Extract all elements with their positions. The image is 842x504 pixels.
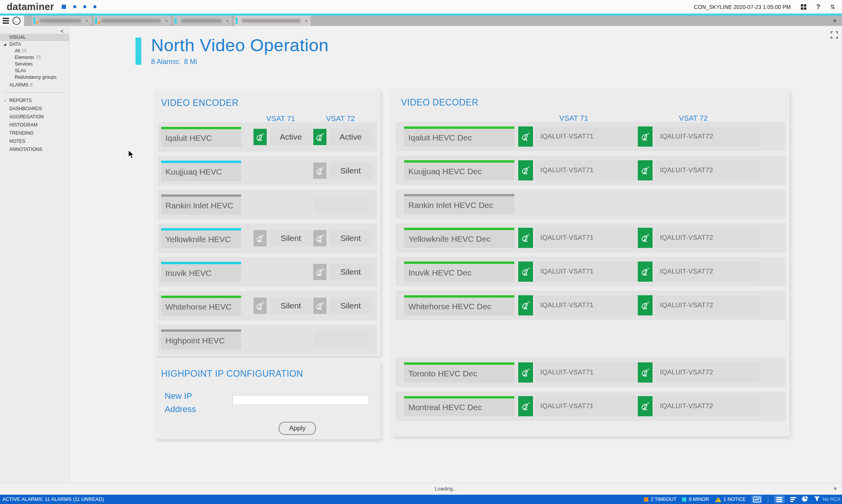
sidebar-item-all[interactable]: All15 bbox=[0, 48, 69, 54]
satellite-dish-icon[interactable] bbox=[518, 126, 533, 147]
satellite-dish-icon[interactable] bbox=[638, 126, 653, 147]
satellite-dish-icon[interactable] bbox=[638, 295, 653, 315]
encoder-device-label[interactable]: Yellowknife HEVC bbox=[161, 228, 241, 248]
satellite-dish-icon[interactable] bbox=[518, 228, 533, 248]
dashboard-tab[interactable]: × bbox=[32, 16, 91, 26]
alarm-badge[interactable]: !1 NOTICE bbox=[715, 497, 746, 502]
tab-close-icon[interactable]: × bbox=[165, 18, 168, 24]
encoder-device-label[interactable]: Highpoint HEVC bbox=[161, 329, 241, 350]
decoder-device-label[interactable]: Montreal HEVC Dec bbox=[404, 396, 514, 416]
sidebar-collapse-icon[interactable]: < bbox=[60, 28, 64, 34]
close-icon[interactable]: × bbox=[833, 485, 837, 492]
satellite-dish-icon[interactable] bbox=[313, 298, 326, 314]
pie-chart-icon[interactable] bbox=[802, 496, 808, 503]
sidebar-item-label: All bbox=[15, 48, 20, 54]
tab-close-icon[interactable]: × bbox=[305, 18, 307, 24]
satellite-dish-icon[interactable] bbox=[313, 230, 326, 246]
help-icon[interactable]: ? bbox=[816, 3, 820, 10]
apply-button[interactable]: Apply bbox=[279, 422, 316, 435]
alarm-graph-icon[interactable] bbox=[752, 495, 762, 503]
decoder-row: Toronto HEVC DecIQALUIT-VSAT71IQALUIT-VS… bbox=[396, 358, 786, 387]
tab-bar: ← ×××× × bbox=[0, 16, 842, 26]
decoder-device-label[interactable]: Rankin Inlet HEVC Dec bbox=[404, 194, 514, 214]
logo-square bbox=[73, 5, 76, 8]
dashboard-tab[interactable]: × bbox=[174, 16, 232, 26]
satellite-dish-icon[interactable] bbox=[313, 163, 326, 179]
sidebar-item-label: Services bbox=[15, 61, 33, 67]
video-encoder-panel: VIDEO ENCODER VSAT 71 VSAT 72 Iqaluit HE… bbox=[155, 90, 380, 356]
active-alarms-text[interactable]: ACTIVE ALARMS: 11 ALARMS (11 UNREAD) bbox=[2, 497, 104, 502]
new-ip-input[interactable] bbox=[233, 395, 369, 405]
encoder-device-label[interactable]: Rankin Inlet HEVC bbox=[161, 194, 241, 215]
dashboard-tab[interactable]: × bbox=[234, 16, 311, 26]
satellite-dish-icon[interactable] bbox=[638, 362, 653, 383]
sidebar-item-alarms[interactable]: ALARMS8 bbox=[0, 82, 69, 88]
hamburger-menu-icon[interactable] bbox=[3, 18, 9, 24]
satellite-dish-icon[interactable] bbox=[518, 262, 533, 282]
decoder-device-label[interactable]: Whitehorse HEVC Dec bbox=[404, 295, 514, 315]
encoder-device-label[interactable]: Kuujjuaq HEVC bbox=[161, 161, 241, 181]
sidebar-item-visual[interactable]: VISUAL bbox=[0, 34, 69, 41]
satellite-dish-icon[interactable] bbox=[518, 295, 533, 315]
satellite-dish-icon[interactable] bbox=[638, 228, 653, 248]
sidebar-item-elements[interactable]: Elements15 bbox=[0, 54, 69, 61]
encoder-state: Silent bbox=[330, 163, 372, 179]
fullscreen-icon[interactable] bbox=[830, 31, 839, 41]
sort-descending-icon[interactable] bbox=[790, 496, 796, 503]
encoder-device-label[interactable]: Whitehorse HEVC bbox=[161, 296, 241, 316]
satellite-dish-icon[interactable] bbox=[253, 129, 267, 145]
decoder-device-label[interactable]: Yellowknife HEVC Dec bbox=[404, 228, 514, 248]
tab-alarm-indicator bbox=[98, 21, 100, 24]
statusbar-badges: 2 TIMEOUT8 MINOR!1 NOTICE bbox=[644, 497, 746, 502]
tab-close-icon[interactable]: × bbox=[85, 18, 88, 24]
sidebar-item-data[interactable]: DATA bbox=[0, 41, 69, 48]
sort-updown-icon[interactable]: ⇅ bbox=[830, 3, 835, 10]
sidebar-item-dashboards[interactable]: DASHBOARDS bbox=[0, 105, 69, 113]
decoder-device-label[interactable]: Toronto HEVC Dec bbox=[404, 362, 514, 383]
satellite-dish-icon[interactable] bbox=[253, 230, 267, 246]
sidebar-item-trending[interactable]: TRENDING bbox=[0, 129, 69, 137]
decoder-device-label[interactable]: Iqaluit HEVC Dec bbox=[404, 126, 514, 147]
list-view-icon[interactable] bbox=[774, 495, 785, 503]
satellite-dish-icon[interactable] bbox=[638, 262, 653, 282]
device-name: Rankin Inlet HEVC Dec bbox=[408, 201, 493, 210]
logo-square bbox=[83, 5, 86, 8]
sidebar-item-notes[interactable]: NOTES bbox=[0, 137, 69, 145]
satellite-dish-icon[interactable] bbox=[313, 129, 326, 145]
page-title-block: North Video Operation 8 Alarms: 8 Mi bbox=[135, 35, 328, 66]
sidebar-item-label: HISTOGRAM bbox=[9, 122, 37, 128]
satellite-dish-icon[interactable] bbox=[313, 264, 326, 280]
dashboard-tab[interactable]: × bbox=[94, 16, 171, 26]
empty-state-box bbox=[314, 331, 368, 348]
satellite-dish-icon[interactable] bbox=[638, 396, 653, 416]
satellite-dish-icon[interactable] bbox=[518, 396, 533, 416]
sidebar-item-redundancy-groups[interactable]: Redundancy groups bbox=[0, 74, 69, 81]
sidebar-item-slas[interactable]: SLAs bbox=[0, 68, 69, 74]
decoder-device-label[interactable]: Kuujjuaq HEVC Dec bbox=[404, 160, 514, 180]
satellite-dish-icon[interactable] bbox=[253, 298, 267, 314]
sidebar-item-services[interactable]: Services bbox=[0, 61, 69, 68]
alarm-badge[interactable]: 8 MINOR bbox=[682, 497, 709, 502]
empty-state-box bbox=[314, 196, 368, 213]
decoder-source: IQALUIT-VSAT71 bbox=[535, 262, 640, 282]
rca-filter-label[interactable]: No RCA bbox=[823, 497, 840, 502]
rca-filter-icon[interactable] bbox=[814, 496, 820, 503]
sidebar-item-aggregation[interactable]: AGGREGATION bbox=[0, 113, 69, 121]
decoder-device-label[interactable]: Inuvik HEVC Dec bbox=[404, 262, 514, 282]
encoder-row: Rankin Inlet HEVC bbox=[158, 190, 377, 219]
sidebar-item-count: 15 bbox=[36, 55, 41, 60]
sidebar-divider bbox=[4, 92, 64, 93]
sidebar-item-histogram[interactable]: HISTOGRAM bbox=[0, 121, 69, 129]
alarm-badge[interactable]: 2 TIMEOUT bbox=[644, 497, 676, 502]
sidebar-item-reports[interactable]: ›REPORTS bbox=[0, 97, 69, 105]
satellite-dish-icon[interactable] bbox=[518, 362, 533, 383]
sidebar-item-annotations[interactable]: ANNOTATIONS bbox=[0, 145, 69, 154]
encoder-device-label[interactable]: Inuvik HEVC bbox=[161, 262, 241, 282]
close-icon[interactable]: × bbox=[833, 17, 837, 24]
back-button[interactable]: ← bbox=[12, 17, 21, 25]
encoder-device-label[interactable]: Iqaluit HEVC bbox=[161, 127, 241, 147]
apps-grid-icon[interactable] bbox=[801, 4, 806, 10]
satellite-dish-icon[interactable] bbox=[638, 160, 653, 180]
tab-close-icon[interactable]: × bbox=[226, 18, 229, 24]
satellite-dish-icon[interactable] bbox=[518, 160, 533, 180]
